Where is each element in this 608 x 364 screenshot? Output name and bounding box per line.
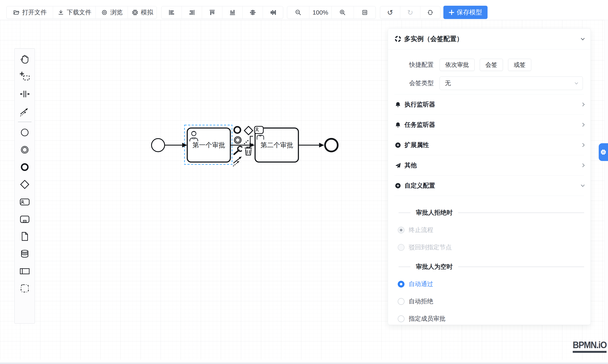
gear-icon xyxy=(600,149,607,156)
palette-lasso-tool[interactable] xyxy=(14,68,35,85)
task-first-approval[interactable]: 第一个审批 xyxy=(187,128,230,162)
chevron-down-icon xyxy=(581,36,584,40)
section-execution-listener[interactable]: 执行监听器 xyxy=(394,94,584,115)
palette-subprocess[interactable] xyxy=(14,210,35,228)
connect-icon xyxy=(19,106,30,117)
plus-circle-icon xyxy=(394,182,401,189)
data-store-icon xyxy=(19,248,30,260)
palette-data-store[interactable] xyxy=(14,245,35,262)
chevron-right-icon xyxy=(581,103,584,106)
quick-option-sequential-button[interactable]: 依次审批 xyxy=(440,59,475,71)
redo-button[interactable]: ↻ xyxy=(400,6,420,19)
chevron-right-icon xyxy=(581,123,584,127)
chevron-down-icon xyxy=(575,81,578,84)
undo-button[interactable]: ↺ xyxy=(380,6,400,19)
section-task-listener[interactable]: 任务监听器 xyxy=(394,115,584,135)
preview-label: 浏览 xyxy=(110,8,123,17)
radio-auto-pass[interactable]: 自动通过 xyxy=(394,280,584,288)
section-other[interactable]: 其他 xyxy=(394,155,584,176)
pad-append-text-annotation[interactable] xyxy=(244,136,253,144)
open-file-label: 打开文件 xyxy=(22,8,47,17)
palette-group[interactable] xyxy=(14,280,35,297)
zoom-level-display[interactable]: 100% xyxy=(309,6,331,19)
palette-start-event[interactable] xyxy=(14,124,35,141)
radio-icon[interactable] xyxy=(398,315,405,322)
radio-label: 自动拒绝 xyxy=(409,297,433,306)
radio-icon[interactable] xyxy=(398,298,405,305)
palette-gateway[interactable] xyxy=(14,176,35,193)
shape-palette xyxy=(14,48,35,324)
pad-trash-delete[interactable] xyxy=(245,147,252,155)
pad-append-user-task[interactable] xyxy=(254,126,263,133)
align-left-icon xyxy=(168,9,175,16)
radio-auto-reject[interactable]: 自动拒绝 xyxy=(394,297,584,306)
align-left-button[interactable] xyxy=(161,6,182,19)
gateway-icon xyxy=(19,179,30,190)
simulate-button[interactable]: 模拟 xyxy=(128,6,157,19)
align-bottom-button[interactable] xyxy=(222,6,243,19)
download-file-button[interactable]: 下载文件 xyxy=(53,6,96,19)
panel-header[interactable]: 多实例（会签配置） xyxy=(388,28,591,50)
radio-terminate-process: 终止流程 xyxy=(394,226,584,234)
pad-append-gateway[interactable] xyxy=(244,126,253,135)
align-right-button[interactable] xyxy=(182,6,202,19)
radio-assign-member[interactable]: 指定成员审批 xyxy=(394,314,584,323)
start-event-node[interactable] xyxy=(152,139,165,152)
chip-icon xyxy=(132,9,139,16)
pad-append-end-event[interactable] xyxy=(234,127,240,133)
fit-viewport-button[interactable] xyxy=(354,6,376,19)
undo-icon: ↺ xyxy=(387,9,393,16)
radio-label: 终止流程 xyxy=(409,226,433,234)
bell-icon xyxy=(394,101,401,108)
palette-connect-tool[interactable] xyxy=(14,103,35,120)
zoom-in-button[interactable] xyxy=(331,6,354,19)
section-extended-properties[interactable]: 扩展属性 xyxy=(394,135,584,155)
save-model-button[interactable]: 保存模型 xyxy=(443,6,488,19)
panel-sections: 执行监听器 任务监听器 扩展属性 xyxy=(394,94,584,196)
refresh-icon xyxy=(426,9,434,16)
sign-type-select[interactable]: 无 xyxy=(440,77,583,90)
radio-checked-icon[interactable] xyxy=(398,281,405,287)
open-file-button[interactable]: 打开文件 xyxy=(7,6,53,19)
refresh-button[interactable] xyxy=(420,6,440,19)
align-middle-button[interactable] xyxy=(263,6,283,19)
palette-hand-tool[interactable] xyxy=(14,51,35,68)
quick-option-orsign-button[interactable]: 或签 xyxy=(508,59,531,71)
quick-option-countersign-button[interactable]: 会签 xyxy=(480,59,503,71)
palette-end-event[interactable] xyxy=(14,158,35,176)
zoom-out-button[interactable] xyxy=(287,6,309,19)
radio-disabled-checked-icon xyxy=(398,227,405,234)
zoom-button-group: 100% xyxy=(287,6,376,19)
palette-intermediate-event[interactable] xyxy=(14,141,35,158)
sign-type-row: 会签类型 无 xyxy=(394,77,584,90)
palette-data-object[interactable] xyxy=(14,228,35,245)
pad-append-intermediate-event[interactable] xyxy=(234,137,241,143)
pad-wrench-settings[interactable] xyxy=(234,146,242,154)
align-center-button[interactable] xyxy=(243,6,263,19)
align-button-group xyxy=(161,6,283,19)
preview-button[interactable]: 浏览 xyxy=(96,6,128,19)
palette-separator xyxy=(18,122,31,122)
align-top-button[interactable] xyxy=(202,6,222,19)
intermediate-event-icon xyxy=(19,144,30,156)
radio-label: 指定成员审批 xyxy=(409,314,446,323)
lasso-icon xyxy=(19,71,30,82)
pad-connect-tool[interactable] xyxy=(233,156,242,166)
section-label: 自定义配置 xyxy=(405,182,435,190)
settings-tab[interactable] xyxy=(599,143,608,161)
arrowhead xyxy=(319,143,324,147)
sign-type-label: 会签类型 xyxy=(394,79,434,88)
history-button-group: ↺ ↻ xyxy=(380,6,440,19)
user-task-icon xyxy=(19,196,30,208)
end-event-node[interactable] xyxy=(325,139,338,152)
section-custom-config[interactable]: 自定义配置 xyxy=(394,176,584,196)
sign-type-value: 无 xyxy=(445,79,451,88)
simulate-label: 模拟 xyxy=(141,8,153,17)
section-label: 任务监听器 xyxy=(405,121,435,129)
zoom-level-value: 100% xyxy=(313,9,328,16)
palette-participant[interactable] xyxy=(14,262,35,280)
palette-space-tool[interactable] xyxy=(14,85,35,103)
palette-user-task[interactable] xyxy=(14,193,35,210)
redo-icon: ↻ xyxy=(407,9,413,16)
folder-open-icon xyxy=(13,9,20,16)
